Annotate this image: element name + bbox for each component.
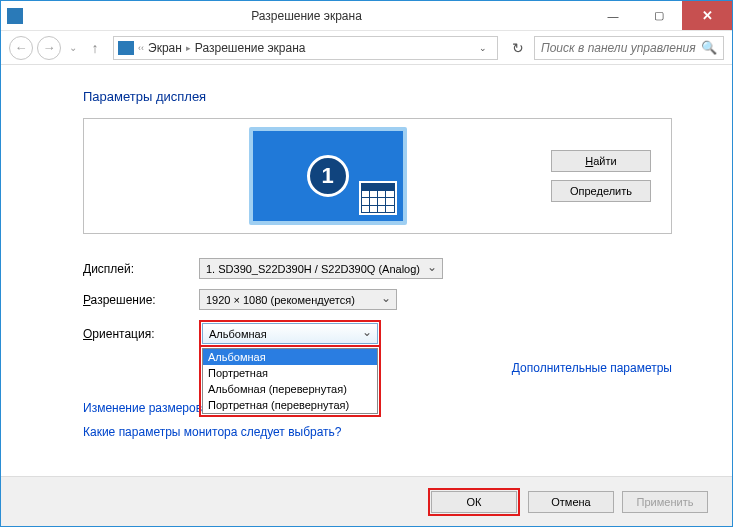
search-bar: 🔍 (534, 36, 724, 60)
close-button[interactable]: ✕ (682, 1, 732, 30)
orientation-select[interactable]: Альбомная (202, 323, 378, 344)
monitor-preview-box: 1 Найти Определить (83, 118, 672, 234)
monitor-thumbnail[interactable]: 1 (249, 127, 407, 225)
monitor-preview: 1 (104, 127, 551, 225)
ok-button[interactable]: ОК (431, 491, 517, 513)
content-area: Параметры дисплея 1 Найти Определить (1, 65, 732, 476)
window-controls: — ▢ ✕ (590, 1, 732, 30)
up-button[interactable]: ↑ (85, 38, 105, 58)
resolution-select[interactable]: 1920 × 1080 (рекомендуется) (199, 289, 397, 310)
breadcrumb-sep: ▸ (186, 43, 191, 53)
orientation-label: Ориентация: (83, 327, 199, 341)
breadcrumb-sep: ‹‹ (138, 43, 144, 53)
detect-button[interactable]: Определить (551, 180, 651, 202)
minimize-button[interactable]: — (590, 1, 636, 30)
titlebar: Разрешение экрана — ▢ ✕ (1, 1, 732, 31)
highlight-orientation-dropdown: Альбомная Портретная Альбомная (переверн… (199, 345, 381, 417)
back-button[interactable]: ← (9, 36, 33, 60)
orientation-option-landscape[interactable]: Альбомная (203, 349, 377, 365)
forward-button[interactable]: → (37, 36, 61, 60)
control-panel-icon (118, 41, 134, 55)
breadcrumb-bar[interactable]: ‹‹ Экран ▸ Разрешение экрана ⌄ (113, 36, 498, 60)
window-title: Разрешение экрана (23, 9, 590, 23)
display-label: Дисплей: (83, 262, 199, 276)
monitor-keypad-icon (359, 181, 397, 215)
orientation-dropdown: Альбомная Портретная Альбомная (переверн… (202, 348, 378, 414)
app-icon (7, 8, 23, 24)
search-input[interactable] (541, 41, 701, 55)
apply-button: Применить (622, 491, 708, 513)
orientation-wrap: Альбомная Альбомная Портретная Альбомная… (199, 320, 672, 347)
window-screen-resolution: Разрешение экрана — ▢ ✕ ← → ⌄ ↑ ‹‹ Экран… (0, 0, 733, 527)
monitor-number-badge: 1 (307, 155, 349, 197)
preview-side-buttons: Найти Определить (551, 150, 651, 202)
cancel-button[interactable]: Отмена (528, 491, 614, 513)
breadcrumb-item-1[interactable]: Экран (148, 41, 182, 55)
search-icon[interactable]: 🔍 (701, 40, 717, 55)
navbar: ← → ⌄ ↑ ‹‹ Экран ▸ Разрешение экрана ⌄ ↻… (1, 31, 732, 65)
refresh-button[interactable]: ↻ (506, 36, 530, 60)
resolution-label: Разрешение: (83, 293, 199, 307)
dialog-footer: ОК Отмена Применить (1, 476, 732, 526)
page-heading: Параметры дисплея (83, 89, 672, 104)
highlight-ok-button: ОК (428, 488, 520, 516)
orientation-option-landscape-flipped[interactable]: Альбомная (перевернутая) (203, 381, 377, 397)
find-button[interactable]: Найти (551, 150, 651, 172)
which-monitor-link[interactable]: Какие параметры монитора следует выбрать… (83, 425, 672, 439)
maximize-button[interactable]: ▢ (636, 1, 682, 30)
history-dropdown[interactable]: ⌄ (65, 42, 81, 53)
highlight-orientation-select: Альбомная (199, 320, 381, 347)
breadcrumb-item-2[interactable]: Разрешение экрана (195, 41, 306, 55)
breadcrumb-dropdown-icon[interactable]: ⌄ (473, 43, 493, 53)
settings-form: Дисплей: 1. SD390_S22D390H / S22D390Q (A… (83, 258, 672, 347)
display-select[interactable]: 1. SD390_S22D390H / S22D390Q (Analog) (199, 258, 443, 279)
orientation-option-portrait-flipped[interactable]: Портретная (перевернутая) (203, 397, 377, 413)
orientation-option-portrait[interactable]: Портретная (203, 365, 377, 381)
